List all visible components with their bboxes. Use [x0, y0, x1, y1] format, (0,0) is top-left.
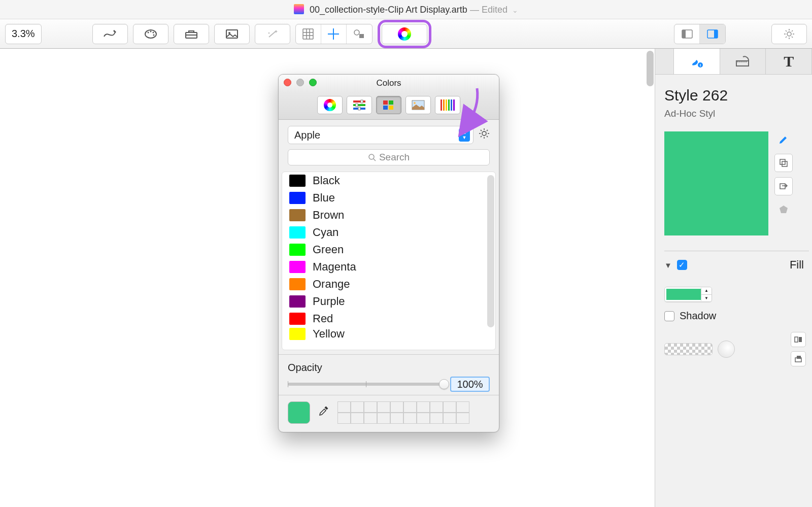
- magic-wand-icon: [266, 29, 279, 39]
- view-single[interactable]: [674, 24, 700, 44]
- palette-select-stepper[interactable]: ▲▼: [459, 128, 470, 142]
- swatch-cell[interactable]: [390, 413, 403, 424]
- snap-toggle[interactable]: [321, 24, 347, 44]
- lock-style-button[interactable]: [774, 200, 793, 219]
- search-placeholder: Search: [379, 152, 410, 163]
- color-search-input[interactable]: Search: [288, 149, 490, 165]
- swatch-cell[interactable]: [443, 413, 456, 424]
- tab-text[interactable]: T: [766, 49, 812, 74]
- duplicate-style-button[interactable]: [774, 154, 793, 172]
- shapes-icon: [353, 29, 365, 39]
- color-palettes-tab[interactable]: [376, 96, 401, 114]
- gradient-ramp[interactable]: [664, 343, 713, 355]
- color-list-item[interactable]: Cyan: [282, 224, 495, 241]
- library-button[interactable]: [174, 24, 209, 44]
- flip-horizontal-button[interactable]: [791, 332, 806, 347]
- opacity-input[interactable]: 100%: [450, 377, 490, 392]
- color-wheel-icon: [398, 27, 411, 41]
- palette-select[interactable]: Apple ▲▼: [288, 126, 473, 144]
- current-color-well[interactable]: [288, 401, 310, 424]
- swatch-cell[interactable]: [351, 413, 364, 424]
- media-button[interactable]: [214, 24, 250, 44]
- swatch-cell[interactable]: [456, 401, 469, 413]
- swatch-cell[interactable]: [430, 413, 443, 424]
- svg-rect-67: [799, 337, 802, 342]
- fill-label: Fill: [790, 258, 804, 272]
- svg-rect-25: [714, 30, 718, 38]
- flip-vertical-button[interactable]: [791, 351, 806, 366]
- tab-style[interactable]: i: [674, 49, 720, 74]
- color-list-item[interactable]: Purple: [282, 293, 495, 310]
- window-controls: [284, 79, 317, 86]
- color-name-label: Purple: [313, 295, 345, 308]
- swatch-cell[interactable]: [351, 401, 364, 413]
- close-window-button[interactable]: [284, 79, 291, 86]
- image-icon: [225, 29, 239, 39]
- fill-disclosure-triangle[interactable]: ▼: [664, 261, 672, 269]
- settings-button[interactable]: [771, 24, 807, 44]
- fill-checkbox[interactable]: ✓: [677, 260, 687, 270]
- angle-dial[interactable]: [718, 341, 735, 358]
- swatch-cell[interactable]: [364, 413, 377, 424]
- color-list-item[interactable]: Green: [282, 241, 495, 258]
- shapes-toggle[interactable]: [347, 24, 372, 44]
- swatch-cell[interactable]: [417, 413, 430, 424]
- opacity-slider[interactable]: [288, 383, 444, 386]
- color-list-scrollbar[interactable]: [487, 175, 494, 327]
- swatch-cell[interactable]: [377, 401, 390, 413]
- zoom-window-button[interactable]: [309, 79, 317, 86]
- brush-tool-button[interactable]: [133, 24, 168, 44]
- color-wheel-tab[interactable]: [317, 96, 343, 114]
- palette-options-button[interactable]: [479, 128, 490, 142]
- swatch-cell[interactable]: [403, 413, 417, 424]
- svg-rect-40: [358, 107, 360, 110]
- minimize-window-button[interactable]: [296, 79, 304, 86]
- crosshair-icon: [328, 28, 339, 40]
- window-title-bar: 00_collection-style-Clip Art Display.art…: [0, 0, 812, 19]
- color-list-item[interactable]: Brown: [282, 207, 495, 224]
- inspector-tabs: i T: [655, 49, 812, 75]
- canvas-scrollbar[interactable]: [646, 49, 655, 507]
- swatch-cell[interactable]: [390, 401, 403, 413]
- swatch-cell[interactable]: [417, 401, 430, 413]
- document-icon: [294, 4, 304, 14]
- color-sliders-tab[interactable]: [347, 96, 372, 114]
- colors-window-titlebar[interactable]: Colors: [279, 75, 499, 92]
- fill-color-button[interactable]: ▲▼: [664, 287, 712, 302]
- color-list-item[interactable]: Yellow: [282, 327, 495, 341]
- color-name-label: Cyan: [313, 226, 339, 239]
- pencils-tab[interactable]: [435, 96, 460, 114]
- zoom-value: 3.3%: [12, 28, 35, 40]
- palette-grid-icon: [382, 99, 395, 111]
- color-list-item[interactable]: Black: [282, 172, 495, 189]
- swatch-cell[interactable]: [337, 413, 351, 424]
- swatch-cell[interactable]: [337, 401, 351, 413]
- canvas[interactable]: Colors: [0, 49, 655, 507]
- color-list-item[interactable]: Magenta: [282, 258, 495, 276]
- swatch-grid[interactable]: [337, 401, 469, 424]
- zoom-control[interactable]: 3.3%: [5, 24, 42, 44]
- swatch-cell[interactable]: [403, 401, 417, 413]
- grid-icon: [302, 28, 314, 40]
- swatch-cell[interactable]: [456, 413, 469, 424]
- color-list-item[interactable]: Blue: [282, 189, 495, 207]
- grid-toggle[interactable]: [296, 24, 321, 44]
- swatch-cell[interactable]: [430, 401, 443, 413]
- swatch-cell[interactable]: [443, 401, 456, 413]
- view-split[interactable]: [700, 24, 725, 44]
- color-list-item[interactable]: Red: [282, 310, 495, 327]
- color-list[interactable]: BlackBlueBrownCyanGreenMagentaOrangePurp…: [282, 172, 495, 350]
- image-palettes-tab[interactable]: [405, 96, 431, 114]
- tab-geometry[interactable]: [720, 49, 766, 74]
- eyedropper-button[interactable]: [318, 405, 329, 420]
- swatch-cell[interactable]: [377, 413, 390, 424]
- effects-button[interactable]: [255, 24, 290, 44]
- colors-button[interactable]: [382, 24, 427, 44]
- title-dropdown-chevron[interactable]: ⌄: [512, 6, 518, 14]
- pen-tool-button[interactable]: [92, 24, 128, 44]
- edit-style-button[interactable]: [774, 130, 793, 149]
- swatch-cell[interactable]: [364, 401, 377, 413]
- color-list-item[interactable]: Orange: [282, 276, 495, 293]
- shadow-checkbox[interactable]: [664, 311, 674, 321]
- share-style-button[interactable]: [774, 177, 793, 195]
